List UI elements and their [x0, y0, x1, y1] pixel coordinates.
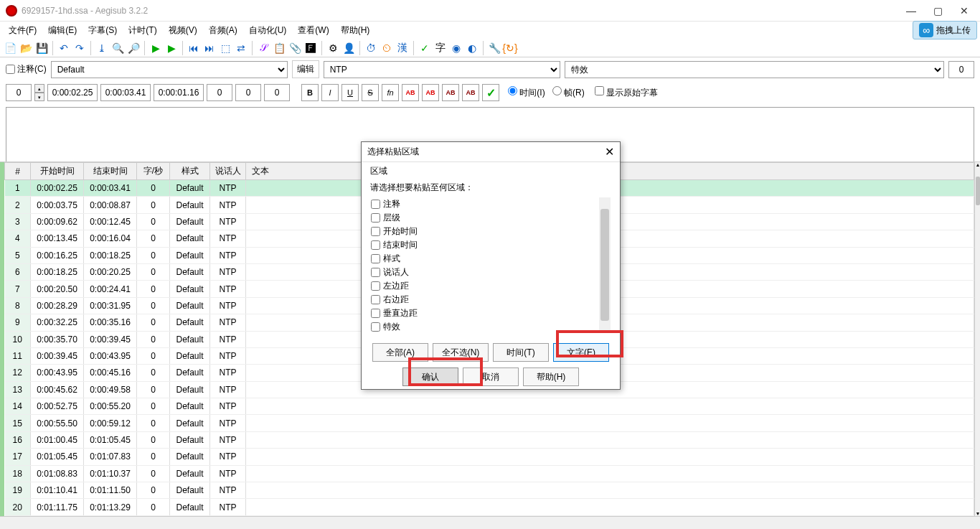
minimize-button[interactable]: —: [906, 5, 916, 17]
checklist-item[interactable]: 右边距: [371, 293, 611, 306]
margin-right-input[interactable]: [235, 84, 261, 101]
menu-subs[interactable]: 字幕(S): [83, 22, 123, 39]
grid-header[interactable]: 说话人: [210, 163, 246, 180]
checklist-scrollbar[interactable]: [599, 197, 611, 332]
snap-end-icon[interactable]: ⏭: [202, 41, 217, 55]
dialog-titlebar[interactable]: 选择粘贴区域 ✕: [362, 142, 620, 162]
menu-file[interactable]: 文件(F): [3, 22, 42, 39]
select-video-icon[interactable]: ⬚: [218, 41, 232, 55]
grid-scrollbar[interactable]: ▼: [974, 162, 980, 516]
color4-button[interactable]: AB: [466, 89, 476, 96]
show-orig-checkbox[interactable]: 显示原始字幕: [595, 86, 658, 99]
kanji-timer-icon[interactable]: 漢: [395, 41, 410, 55]
fonts-icon[interactable]: 🅵: [303, 41, 318, 55]
menu-timing[interactable]: 计时(T): [123, 22, 162, 39]
checklist-item[interactable]: 左边距: [371, 279, 611, 293]
spellcheck-icon[interactable]: ✓: [418, 41, 432, 55]
checklist-item[interactable]: 样式: [371, 252, 611, 266]
translate-icon[interactable]: 字: [433, 41, 448, 55]
attachments-icon[interactable]: 📎: [288, 41, 302, 55]
color3-button[interactable]: AB: [446, 89, 456, 96]
none-button[interactable]: 全不选(N): [433, 343, 489, 362]
options-icon[interactable]: 🔧: [487, 41, 501, 55]
table-row[interactable]: 170:01:05.450:01:07.830DefaultNTP: [5, 449, 974, 465]
table-row[interactable]: 140:00:52.750:00:55.200DefaultNTP: [5, 398, 974, 415]
style-select[interactable]: Default: [51, 61, 288, 78]
table-row[interactable]: 150:00:55.500:00:59.120DefaultNTP: [5, 415, 974, 431]
upload-button[interactable]: ∞ 拖拽上传: [913, 21, 977, 39]
checklist-item[interactable]: 结束时间: [371, 238, 611, 252]
open-icon[interactable]: 📂: [19, 41, 33, 55]
commit-button[interactable]: ✓: [482, 84, 499, 101]
layer-input[interactable]: [6, 84, 32, 101]
cycle-icon[interactable]: {↻}: [503, 41, 517, 55]
auto-icon[interactable]: ⚙: [326, 41, 340, 55]
new-icon[interactable]: 📄: [3, 41, 17, 55]
menu-edit[interactable]: 编辑(E): [42, 22, 83, 39]
margin-left-input[interactable]: [207, 84, 232, 101]
color2-button[interactable]: AB: [426, 89, 435, 96]
jump-to-icon[interactable]: ⤓: [95, 41, 109, 55]
timing-icon[interactable]: ◐: [465, 41, 479, 55]
menu-video[interactable]: 视频(V): [163, 22, 203, 39]
zoom-out-icon[interactable]: 🔎: [126, 41, 141, 55]
menu-view[interactable]: 查看(W): [292, 22, 334, 39]
save-icon[interactable]: 💾: [34, 41, 49, 55]
grid-header[interactable]: 字/秒: [137, 163, 170, 180]
end-time-input[interactable]: [100, 84, 151, 101]
time-radio[interactable]: 时间(I): [508, 86, 545, 99]
italic-button[interactable]: I: [321, 84, 339, 101]
time-button[interactable]: 时间(T): [493, 343, 549, 362]
table-row[interactable]: 200:01:11.750:01:13.290DefaultNTP: [5, 499, 974, 516]
snap-start-icon[interactable]: ⏮: [187, 41, 201, 55]
all-button[interactable]: 全部(A): [372, 343, 428, 362]
comment-checkbox-input[interactable]: [6, 65, 15, 74]
help-button[interactable]: 帮助(H): [523, 368, 579, 386]
checklist-item[interactable]: 开始时间: [371, 225, 611, 238]
close-button[interactable]: ✕: [960, 5, 969, 17]
bold-button[interactable]: B: [301, 84, 319, 101]
start-time-input[interactable]: [47, 84, 98, 101]
cancel-button[interactable]: 取消: [463, 368, 519, 386]
checklist-item[interactable]: 注释: [371, 197, 611, 211]
redo-icon[interactable]: ↷: [72, 41, 87, 55]
jump-video-end-icon[interactable]: ▶: [164, 41, 179, 55]
actor-select[interactable]: NTP: [324, 61, 560, 78]
timing-post-icon[interactable]: ⏲: [380, 41, 394, 55]
font-button[interactable]: fn: [382, 84, 399, 101]
menu-auto[interactable]: 自动化(U): [243, 22, 293, 39]
duration-input[interactable]: [154, 84, 204, 101]
underline-button[interactable]: U: [341, 84, 359, 101]
checklist-item[interactable]: 特效: [371, 320, 611, 333]
grid-header[interactable]: #: [5, 163, 31, 180]
text-button[interactable]: 文字(E): [553, 343, 609, 362]
margin-vert-input[interactable]: [264, 84, 290, 101]
jump-video-start-icon[interactable]: ▶: [149, 41, 163, 55]
undo-icon[interactable]: ↶: [57, 41, 71, 55]
zoom-in-icon[interactable]: 🔍: [110, 41, 125, 55]
grid-header[interactable]: 结束时间: [84, 163, 137, 180]
menu-audio[interactable]: 音频(A): [203, 22, 243, 39]
ok-button[interactable]: 确认: [402, 368, 458, 386]
shift-icon[interactable]: ⏱: [364, 41, 378, 55]
style-manager-icon[interactable]: 𝒮: [256, 41, 270, 55]
assistant-icon[interactable]: 👤: [341, 41, 356, 55]
table-row[interactable]: 180:01:08.830:01:10.370DefaultNTP: [5, 465, 974, 482]
checklist-item[interactable]: 垂直边距: [371, 306, 611, 320]
strike-button[interactable]: S: [362, 84, 379, 101]
table-row[interactable]: 190:01:10.410:01:11.500DefaultNTP: [5, 482, 974, 499]
maximize-button[interactable]: ▢: [933, 5, 943, 17]
effect-select[interactable]: 特效: [565, 61, 944, 78]
comment-checkbox[interactable]: 注释(C): [6, 63, 47, 75]
layer-spinner[interactable]: ▴▾: [34, 84, 44, 101]
shift-times-icon[interactable]: ⇄: [234, 41, 248, 55]
checklist-item[interactable]: 说话人: [371, 266, 611, 279]
frame-radio[interactable]: 帧(R): [552, 86, 585, 99]
menu-help[interactable]: 帮助(H): [335, 22, 376, 39]
resample-icon[interactable]: ◉: [449, 41, 463, 55]
grid-header[interactable]: 开始时间: [31, 163, 84, 180]
grid-header[interactable]: 样式: [170, 163, 210, 180]
properties-icon[interactable]: 📋: [272, 41, 286, 55]
color1-button[interactable]: AB: [406, 89, 415, 96]
dialog-close-button[interactable]: ✕: [605, 145, 614, 159]
